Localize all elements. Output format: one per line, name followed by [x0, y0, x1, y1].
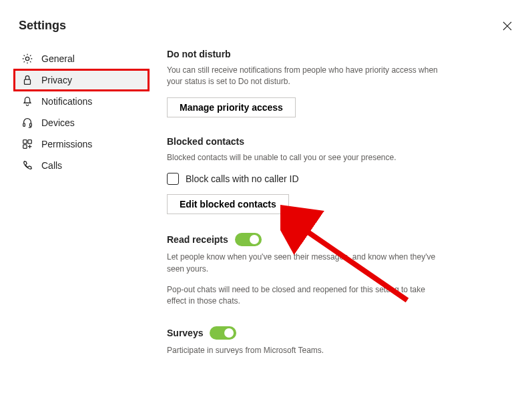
section-title: Do not disturb — [167, 49, 442, 59]
svg-rect-3 — [25, 79, 31, 84]
svg-rect-6 — [23, 140, 27, 143]
sidebar-item-label: Permissions — [41, 139, 92, 149]
sidebar-item-general[interactable]: General — [15, 49, 148, 69]
sidebar-item-calls[interactable]: Calls — [15, 155, 148, 175]
sidebar-item-label: Devices — [41, 117, 75, 128]
blocked-contacts-section: Blocked contacts Blocked contacts will b… — [167, 136, 442, 214]
manage-priority-access-button[interactable]: Manage priority access — [167, 97, 296, 117]
section-title: Read receipts — [167, 234, 228, 245]
headset-icon — [21, 117, 33, 129]
section-title: Surveys — [167, 328, 203, 338]
read-receipts-section: Read receipts Let people know when you'v… — [167, 233, 442, 308]
block-no-caller-id-checkbox[interactable] — [167, 173, 179, 185]
section-desc: Participate in surveys from Microsoft Te… — [167, 345, 442, 356]
surveys-toggle[interactable] — [210, 326, 236, 340]
section-desc: Pop-out chats will need to be closed and… — [167, 284, 442, 308]
section-desc: You can still receive notifications from… — [167, 65, 442, 88]
page-title: Settings — [19, 19, 66, 33]
svg-rect-5 — [30, 123, 32, 127]
close-icon[interactable] — [501, 20, 513, 32]
section-title: Blocked contacts — [167, 136, 442, 147]
checkbox-label: Block calls with no caller ID — [186, 173, 299, 184]
settings-header: Settings — [0, 0, 532, 49]
lock-icon — [21, 74, 33, 86]
phone-icon — [21, 159, 33, 171]
settings-content: Do not disturb You can still receive not… — [148, 49, 469, 375]
surveys-section: Surveys Participate in surveys from Micr… — [167, 326, 442, 356]
settings-sidebar: General Privacy Notifications Devices Pe… — [15, 49, 148, 375]
sidebar-item-privacy[interactable]: Privacy — [15, 70, 148, 90]
section-desc: Blocked contacts will be unable to call … — [167, 152, 442, 163]
svg-point-2 — [25, 57, 29, 60]
svg-rect-7 — [28, 140, 31, 143]
sidebar-item-label: Calls — [41, 160, 62, 171]
svg-rect-4 — [23, 123, 25, 127]
sidebar-item-label: Notifications — [41, 96, 92, 107]
block-no-caller-id-row: Block calls with no caller ID — [167, 173, 442, 185]
sidebar-item-notifications[interactable]: Notifications — [15, 91, 148, 111]
apps-icon — [21, 138, 33, 150]
sidebar-item-label: General — [41, 53, 75, 64]
edit-blocked-contacts-button[interactable]: Edit blocked contacts — [167, 194, 289, 214]
section-desc: Let people know when you've seen their m… — [167, 252, 442, 275]
do-not-disturb-section: Do not disturb You can still receive not… — [167, 49, 442, 117]
gear-icon — [21, 53, 33, 65]
sidebar-item-devices[interactable]: Devices — [15, 113, 148, 133]
sidebar-item-label: Privacy — [41, 75, 72, 85]
bell-icon — [21, 95, 33, 107]
sidebar-item-permissions[interactable]: Permissions — [15, 134, 148, 154]
svg-rect-8 — [23, 145, 27, 148]
read-receipts-toggle[interactable] — [235, 233, 262, 246]
